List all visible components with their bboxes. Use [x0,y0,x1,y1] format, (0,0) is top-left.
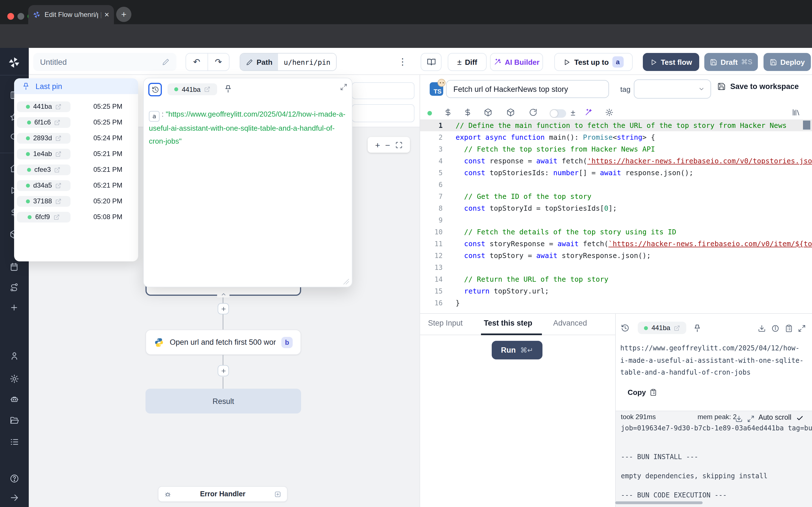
external-link-icon[interactable] [55,198,61,204]
windmill-logo[interactable] [8,56,20,69]
pin-list-item[interactable]: 6f1c6 05:25 PM [14,114,138,130]
add-error-handler-icon[interactable] [274,490,282,498]
result-pin-pill[interactable]: 441ba [638,322,686,334]
info-icon[interactable] [771,325,779,332]
assets-dollar-icon[interactable] [444,108,452,117]
log-output[interactable]: job=019634e7-9d30-b7cb-1e89-03a64ed441ba… [621,424,812,503]
diff-mode-toggle[interactable] [550,109,566,118]
sidebar-item-plus-icon[interactable] [10,303,18,312]
sidebar-user-icon[interactable] [10,351,19,360]
external-link-icon[interactable] [55,151,61,157]
auto-scroll-check-icon[interactable] [796,414,804,422]
copy-clipboard-icon[interactable] [650,389,657,396]
flow-name-field[interactable]: Untitled [33,53,176,71]
pin-id-pill[interactable]: 6fcf9 [17,212,70,222]
sidebar-folders-icon[interactable] [10,416,19,425]
variables-dollar-icon[interactable] [463,108,472,117]
add-step-button-2[interactable] [218,365,229,376]
pin-list-item[interactable]: 441ba 05:25 PM [14,99,138,114]
flow-input-node[interactable] [352,82,414,99]
new-tab-button[interactable]: + [116,7,132,22]
sidebar-item-routes-icon[interactable] [10,283,18,292]
zoom-out-icon[interactable]: − [385,140,390,149]
external-link-icon[interactable] [673,325,680,331]
browser-tab[interactable]: Edit Flow u/henri/pin_results | ✕ [28,5,114,24]
code-editor[interactable]: 1// Define the main function to fetch th… [420,119,812,314]
save-to-workspace-button[interactable]: Save to workspace [717,82,799,91]
pin-id-pill[interactable]: cfee3 [17,164,70,175]
test-flow-button[interactable]: Test flow [643,53,699,71]
tag-select[interactable] [634,79,711,99]
fullscreen-icon[interactable] [798,325,806,332]
log-horizontal-scrollbar[interactable] [615,501,703,504]
pin-id-pill[interactable]: 1e4ab [17,149,70,159]
pin-list-item[interactable]: 6fcf9 05:08 PM [14,209,138,225]
path-control[interactable]: Path u/henri/pin [240,53,337,71]
tab-advanced[interactable]: Advanced [553,319,587,327]
sidebar-help-icon[interactable] [10,474,19,483]
zoom-in-icon[interactable]: + [375,140,380,149]
external-link-icon[interactable] [55,135,61,141]
ai-wand-icon[interactable] [584,108,593,117]
resource-package-icon[interactable] [484,108,492,117]
sidebar-settings-gear-icon[interactable] [10,374,19,384]
copy-button-label[interactable]: Copy [627,388,646,397]
undo-button[interactable]: ↶ [186,54,207,70]
pin-icon[interactable] [224,84,232,93]
path-label-segment[interactable]: Path [240,54,278,70]
edit-pencil-icon[interactable] [162,58,170,66]
ai-builder-button[interactable]: AI Builder [490,53,543,71]
pin-id-pill[interactable]: d34a5 [17,180,70,191]
download-log-icon[interactable] [735,415,743,422]
pin-icon[interactable] [693,324,702,332]
tab-test-this-step[interactable]: Test this step [484,319,532,327]
plus-minus-icon[interactable]: ± [571,108,575,117]
step-node-b[interactable]: Open url and fetch first 500 words of ..… [146,330,301,355]
result-node[interactable]: Result [146,389,301,413]
pin-id-pill[interactable]: 6f1c6 [17,117,70,128]
pin-list-item[interactable]: d34a5 05:21 PM [14,177,138,193]
library-icon[interactable] [792,108,800,117]
external-link-icon[interactable] [53,214,59,220]
test-up-to-button[interactable]: Test up to a [554,53,633,71]
draft-save-button[interactable]: Draft ⌘S [704,53,758,71]
tab-step-input[interactable]: Step Input [428,319,463,327]
pin-id-pill[interactable]: 37188 [17,196,70,207]
run-button[interactable]: Run ⌘↵ [492,341,543,359]
window-close-button[interactable] [7,13,14,20]
editor-scroll-indicator[interactable] [803,121,810,129]
pin-id-pill[interactable]: 2893d [17,133,70,144]
pin-list-item[interactable]: 1e4ab 05:21 PM [14,146,138,162]
deploy-button[interactable]: Deploy [763,53,811,71]
collapse-node-button[interactable] [217,291,230,297]
sidebar-item-schedules-icon[interactable] [10,263,18,272]
toolbar-kebab-menu[interactable]: ⋮ [398,56,407,67]
editor-settings-gear-icon[interactable] [605,108,613,117]
step-title-input[interactable] [446,80,609,98]
error-handler-node[interactable]: Error Handler [158,486,288,502]
dependency-package-icon[interactable] [506,108,515,117]
diff-button[interactable]: ± Diff [448,53,487,71]
history-button[interactable] [148,83,162,96]
docs-book-button[interactable] [421,53,442,71]
flow-trigger-node[interactable] [352,104,414,122]
reset-refresh-icon[interactable] [529,108,538,117]
pin-list-item[interactable]: cfee3 05:21 PM [14,162,138,177]
fit-view-icon[interactable] [395,141,403,149]
pin-id-pill[interactable]: 441ba [17,101,70,112]
panel-divider[interactable] [419,75,420,507]
window-minimize-button[interactable] [17,13,24,20]
popup-pin-id-pill[interactable]: 441ba [167,83,217,95]
expand-icon[interactable] [340,83,347,91]
external-link-icon[interactable] [55,182,61,188]
tab-close-icon[interactable]: ✕ [104,11,109,18]
resize-handle-icon[interactable] [343,278,350,285]
external-link-icon[interactable] [54,119,60,125]
download-result-icon[interactable] [758,325,766,332]
add-step-button-1[interactable] [218,303,229,314]
pin-list-item[interactable]: 2893d 05:24 PM [14,130,138,146]
sidebar-logs-list-icon[interactable] [10,437,19,447]
sidebar-workers-robot-icon[interactable] [10,394,19,404]
external-link-icon[interactable] [55,103,61,110]
external-link-icon[interactable] [204,86,210,93]
